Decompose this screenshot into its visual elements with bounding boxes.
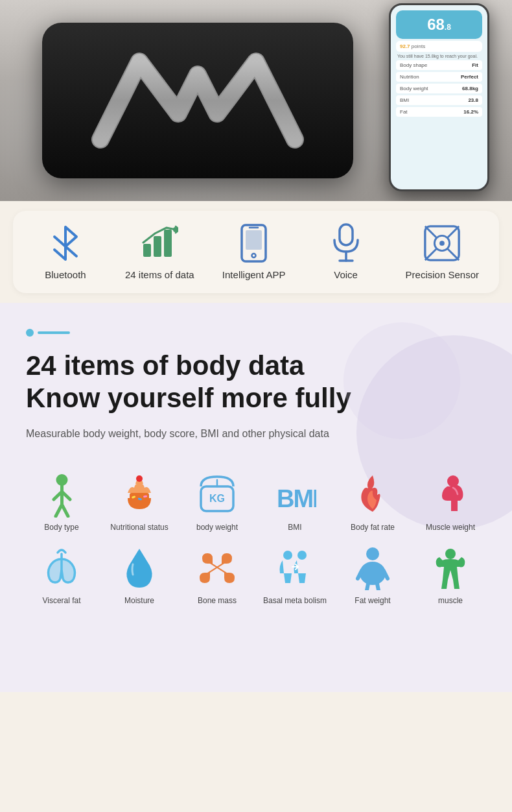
app-label: Intelligent APP [222, 269, 286, 280]
visceral-fat-icon [39, 545, 84, 591]
visceral-fat-item: Visceral fat [26, 545, 97, 606]
muscle-icon [428, 545, 473, 591]
feature-data: 24 items of data [125, 224, 194, 280]
body-type-item: Body type [26, 472, 97, 533]
muscle-weight-item: Muscle weight [415, 472, 486, 533]
feature-voice: Voice [314, 224, 378, 280]
svg-point-6 [252, 254, 256, 257]
body-fat-rate-item: Body fat rate [337, 472, 408, 533]
moisture-icon [117, 545, 162, 591]
body-data-grid: Body type Nutr [26, 472, 486, 606]
accent-dot [26, 329, 34, 337]
fat-weight-label: Fat weight [355, 596, 390, 606]
svg-rect-8 [340, 224, 353, 245]
phone-screen: 68.8 92.7 points You still have 15.8kg t… [391, 5, 487, 189]
bone-mass-item: Bone mass [181, 545, 253, 606]
feature-bluetooth: Bluetooth [33, 224, 98, 280]
scale-logo [87, 49, 308, 152]
bmi-label: BMI [288, 523, 301, 533]
nutritional-status-item: Nutritional status [104, 472, 175, 533]
features-bar: Bluetooth 24 items of data Intelli [13, 211, 499, 293]
basal-meta-label: Basal meta bolism [263, 596, 327, 606]
svg-text:KG: KG [209, 493, 225, 504]
section-accent [26, 329, 486, 337]
svg-line-14 [425, 249, 436, 260]
phone-weight-display: 68.8 [396, 10, 482, 39]
svg-line-12 [425, 226, 436, 237]
section-title: 24 items of body data Know yourself more… [26, 350, 486, 415]
fat-weight-item: Fat weight [337, 545, 408, 606]
phone-row-5: Fat16.2% [396, 107, 482, 117]
phone-row-3: Body weight68.8kg [396, 84, 482, 93]
bmi-icon: BMI [272, 472, 318, 518]
muscle-weight-icon [428, 472, 473, 518]
phone-row-1: Body shapeFit [396, 60, 482, 70]
bluetooth-label: Bluetooth [45, 269, 86, 280]
chart-icon [140, 224, 179, 263]
body-fat-rate-icon [350, 472, 395, 518]
bmi-item: BMI BMI [259, 472, 331, 533]
data-section: 24 items of body data Know yourself more… [0, 303, 512, 692]
accent-line [38, 331, 70, 334]
svg-line-15 [448, 249, 459, 260]
body-weight-item: KG body weight [181, 472, 253, 533]
basal-meta-icon [272, 545, 318, 591]
fat-weight-icon [350, 545, 395, 591]
moisture-item: Moisture [104, 545, 175, 606]
visceral-fat-label: Visceral fat [42, 596, 80, 606]
mic-icon [327, 224, 366, 263]
svg-rect-1 [154, 236, 161, 257]
body-fat-rate-label: Body fat rate [351, 523, 395, 533]
voice-label: Voice [334, 269, 358, 280]
feature-sensor: Precision Sensor [406, 224, 479, 280]
muscle-label: muscle [438, 596, 463, 606]
svg-line-13 [448, 226, 459, 237]
basal-meta-item: Basal meta bolism [259, 545, 331, 606]
scale-visual [19, 0, 376, 201]
target-icon [423, 224, 461, 263]
data-label: 24 items of data [125, 269, 194, 280]
muscle-item: muscle [415, 545, 486, 606]
bluetooth-icon [46, 224, 85, 263]
muscle-weight-label: Muscle weight [426, 523, 475, 533]
body-type-icon [39, 472, 84, 518]
phone-row-4: BMI23.8 [396, 95, 482, 105]
body-weight-icon: KG [194, 472, 240, 518]
phone-note: You still have 15.8kg to reach your goal… [396, 54, 482, 58]
hero-section: 68.8 92.7 points You still have 15.8kg t… [0, 0, 512, 201]
svg-point-18 [56, 474, 67, 486]
section-subtitle: Measurable body weight, body score, BMI … [26, 428, 486, 440]
body-type-label: Body type [44, 523, 78, 533]
phone-row-2: NutritionPerfect [396, 72, 482, 82]
svg-point-20 [136, 475, 143, 482]
svg-rect-2 [164, 230, 172, 257]
phone-mockup: 68.8 92.7 points You still have 15.8kg t… [389, 3, 489, 191]
nutritional-status-icon [117, 472, 162, 518]
sensor-label: Precision Sensor [406, 269, 479, 280]
svg-rect-5 [246, 230, 262, 250]
svg-point-29 [283, 551, 292, 560]
body-weight-label: body weight [196, 523, 238, 533]
svg-point-31 [366, 547, 379, 560]
svg-point-17 [439, 241, 445, 246]
bone-mass-label: Bone mass [198, 596, 237, 606]
scale-body [42, 23, 353, 178]
moisture-label: Moisture [124, 596, 154, 606]
svg-rect-0 [143, 244, 151, 257]
feature-app: Intelligent APP [222, 224, 286, 280]
svg-point-30 [297, 551, 307, 560]
nutritional-status-label: Nutritional status [110, 523, 168, 533]
bone-mass-icon [194, 545, 240, 591]
svg-point-32 [360, 562, 386, 585]
phone-app-icon [235, 224, 273, 263]
phone-score: 92.7 points [396, 41, 482, 52]
svg-point-33 [445, 549, 456, 559]
svg-text:BMI: BMI [277, 485, 316, 512]
